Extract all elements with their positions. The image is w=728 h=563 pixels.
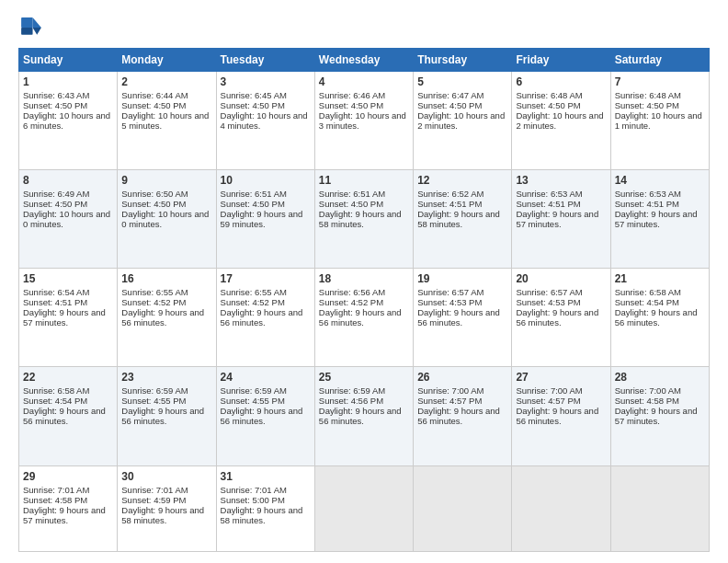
daylight-label: Daylight: 9 hours and 57 minutes.	[23, 505, 106, 525]
sunrise-label: Sunrise: 6:59 AM	[121, 385, 188, 396]
sunrise-label: Sunrise: 6:55 AM	[121, 287, 188, 297]
day-number: 19	[417, 272, 507, 285]
sunrise-label: Sunrise: 6:58 AM	[23, 385, 89, 396]
sunset-label: Sunset: 5:00 PM	[221, 495, 285, 505]
cal-cell: 10 Sunrise: 6:51 AM Sunset: 4:50 PM Dayl…	[216, 170, 314, 269]
cal-cell	[610, 465, 709, 551]
daylight-label: Daylight: 9 hours and 56 minutes.	[319, 307, 402, 327]
sunset-label: Sunset: 4:50 PM	[221, 199, 285, 209]
day-number: 17	[221, 272, 311, 285]
sunrise-label: Sunrise: 6:51 AM	[221, 189, 287, 199]
daylight-label: Daylight: 9 hours and 56 minutes.	[417, 406, 500, 426]
day-number: 24	[221, 371, 311, 384]
day-number: 16	[121, 272, 211, 285]
sunset-label: Sunset: 4:50 PM	[121, 100, 186, 110]
cal-cell: 13 Sunrise: 6:53 AM Sunset: 4:51 PM Dayl…	[512, 170, 610, 269]
cal-cell: 20 Sunrise: 6:57 AM Sunset: 4:53 PM Dayl…	[512, 269, 610, 367]
daylight-label: Daylight: 9 hours and 56 minutes.	[121, 307, 204, 327]
daylight-label: Daylight: 10 hours and 2 minutes.	[417, 110, 505, 131]
page: SundayMondayTuesdayWednesdayThursdayFrid…	[0, 0, 728, 563]
sunrise-label: Sunrise: 6:50 AM	[121, 189, 188, 199]
day-number: 7	[615, 75, 705, 88]
daylight-label: Daylight: 10 hours and 4 minutes.	[221, 110, 308, 131]
sunset-label: Sunset: 4:50 PM	[319, 199, 383, 209]
sunrise-label: Sunrise: 6:53 AM	[516, 189, 582, 199]
day-number: 6	[516, 75, 606, 88]
cal-cell	[414, 465, 512, 551]
daylight-label: Daylight: 10 hours and 0 minutes.	[23, 209, 110, 229]
sunrise-label: Sunrise: 7:00 AM	[516, 385, 582, 396]
daylight-label: Daylight: 10 hours and 3 minutes.	[319, 110, 406, 131]
day-number: 30	[121, 470, 211, 483]
sunrise-label: Sunrise: 6:48 AM	[516, 90, 582, 100]
daylight-label: Daylight: 9 hours and 59 minutes.	[221, 209, 303, 229]
day-number: 14	[615, 174, 705, 187]
svg-marker-1	[33, 28, 41, 35]
sunset-label: Sunset: 4:52 PM	[121, 297, 186, 307]
sunrise-label: Sunrise: 7:00 AM	[417, 385, 483, 396]
cal-cell: 29 Sunrise: 7:01 AM Sunset: 4:58 PM Dayl…	[19, 465, 118, 551]
cal-cell: 26 Sunrise: 7:00 AM Sunset: 4:57 PM Dayl…	[414, 367, 512, 465]
sunrise-label: Sunrise: 6:47 AM	[417, 90, 483, 100]
day-number: 9	[121, 174, 211, 187]
cal-cell: 18 Sunrise: 6:56 AM Sunset: 4:52 PM Dayl…	[314, 269, 413, 367]
sunset-label: Sunset: 4:55 PM	[221, 396, 285, 406]
day-number: 29	[23, 470, 113, 483]
day-number: 13	[516, 174, 606, 187]
cal-cell: 6 Sunrise: 6:48 AM Sunset: 4:50 PM Dayli…	[512, 72, 610, 170]
sunset-label: Sunset: 4:50 PM	[319, 100, 383, 110]
day-number: 15	[23, 272, 113, 285]
cal-cell: 17 Sunrise: 6:55 AM Sunset: 4:52 PM Dayl…	[216, 269, 314, 367]
daylight-label: Daylight: 9 hours and 56 minutes.	[516, 307, 598, 327]
sunset-label: Sunset: 4:53 PM	[417, 297, 482, 307]
day-header-saturday: Saturday	[610, 49, 709, 72]
cal-cell: 30 Sunrise: 7:01 AM Sunset: 4:59 PM Dayl…	[118, 465, 216, 551]
cal-cell	[314, 465, 413, 551]
sunrise-label: Sunrise: 6:59 AM	[319, 385, 385, 396]
sunset-label: Sunset: 4:50 PM	[417, 100, 482, 110]
daylight-label: Daylight: 10 hours and 0 minutes.	[121, 209, 209, 229]
day-header-monday: Monday	[118, 49, 216, 72]
day-number: 10	[221, 174, 311, 187]
cal-cell	[512, 465, 610, 551]
day-number: 26	[417, 371, 507, 384]
daylight-label: Daylight: 9 hours and 56 minutes.	[319, 406, 402, 426]
daylight-label: Daylight: 9 hours and 58 minutes.	[417, 209, 500, 229]
sunrise-label: Sunrise: 7:01 AM	[23, 485, 89, 495]
sunrise-label: Sunrise: 6:58 AM	[615, 287, 681, 297]
sunset-label: Sunset: 4:50 PM	[516, 100, 580, 110]
cal-cell: 1 Sunrise: 6:43 AM Sunset: 4:50 PM Dayli…	[19, 72, 118, 170]
day-number: 2	[121, 75, 211, 88]
cal-cell: 24 Sunrise: 6:59 AM Sunset: 4:55 PM Dayl…	[216, 367, 314, 465]
day-header-wednesday: Wednesday	[314, 49, 413, 72]
daylight-label: Daylight: 9 hours and 56 minutes.	[121, 406, 204, 426]
sunset-label: Sunset: 4:54 PM	[615, 297, 679, 307]
cal-cell: 8 Sunrise: 6:49 AM Sunset: 4:50 PM Dayli…	[19, 170, 118, 269]
sunrise-label: Sunrise: 7:01 AM	[221, 485, 287, 495]
cal-cell: 4 Sunrise: 6:46 AM Sunset: 4:50 PM Dayli…	[314, 72, 413, 170]
sunrise-label: Sunrise: 6:52 AM	[417, 189, 483, 199]
daylight-label: Daylight: 9 hours and 56 minutes.	[221, 406, 303, 426]
day-number: 5	[417, 75, 507, 88]
day-number: 11	[319, 174, 409, 187]
sunrise-label: Sunrise: 7:01 AM	[121, 485, 188, 495]
sunset-label: Sunset: 4:51 PM	[417, 199, 482, 209]
cal-cell: 9 Sunrise: 6:50 AM Sunset: 4:50 PM Dayli…	[118, 170, 216, 269]
sunrise-label: Sunrise: 6:59 AM	[221, 385, 287, 396]
daylight-label: Daylight: 9 hours and 56 minutes.	[516, 406, 598, 426]
day-number: 20	[516, 272, 606, 285]
cal-cell: 11 Sunrise: 6:51 AM Sunset: 4:50 PM Dayl…	[314, 170, 413, 269]
sunset-label: Sunset: 4:55 PM	[121, 396, 186, 406]
sunset-label: Sunset: 4:58 PM	[23, 495, 87, 505]
day-number: 8	[23, 174, 113, 187]
logo	[18, 15, 48, 40]
day-number: 27	[516, 371, 606, 384]
day-number: 21	[615, 272, 705, 285]
sunset-label: Sunset: 4:50 PM	[221, 100, 285, 110]
sunset-label: Sunset: 4:51 PM	[516, 199, 580, 209]
sunrise-label: Sunrise: 6:53 AM	[615, 189, 681, 199]
sunrise-label: Sunrise: 6:46 AM	[319, 90, 385, 100]
sunrise-label: Sunrise: 6:43 AM	[23, 90, 89, 100]
cal-cell: 31 Sunrise: 7:01 AM Sunset: 5:00 PM Dayl…	[216, 465, 314, 551]
logo-icon	[18, 15, 44, 40]
